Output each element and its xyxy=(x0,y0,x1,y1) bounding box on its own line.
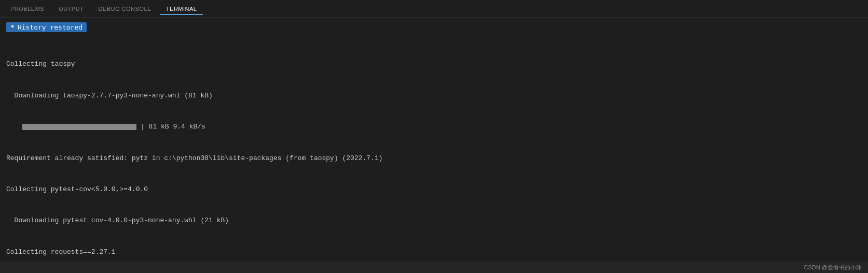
tab-terminal[interactable]: TERMINAL xyxy=(160,3,203,15)
history-badge-asterisk: * xyxy=(10,23,15,31)
status-bar: CSDN @爱看书的小沐 xyxy=(0,262,868,273)
tab-problems[interactable]: PROBLEMS xyxy=(4,3,50,15)
terminal-area: * History restored Collecting taospy Dow… xyxy=(0,18,868,262)
terminal-line-5: Collecting pytest-cov<5.0.0,>=4.0.0 xyxy=(6,184,862,195)
history-badge: * History restored xyxy=(6,22,87,32)
terminal-line-6: Downloading pytest_cov-4.0.0-py3-none-an… xyxy=(6,215,862,226)
tab-debug-console[interactable]: DEBUG CONSOLE xyxy=(92,3,157,15)
terminal-line-1: Collecting taospy xyxy=(6,59,862,69)
terminal-line-2: Downloading taospy-2.7.7-py3-none-any.wh… xyxy=(6,91,862,101)
tab-output[interactable]: OUTPUT xyxy=(52,3,90,15)
status-bar-text: CSDN @爱看书的小沐 xyxy=(804,264,862,271)
history-badge-label: History restored xyxy=(18,23,82,31)
terminal-line-7: Collecting requests==2.27.1 xyxy=(6,247,862,257)
tab-bar: PROBLEMS OUTPUT DEBUG CONSOLE TERMINAL xyxy=(0,0,868,18)
terminal-line-4: Requirement already satisfied: pytz in c… xyxy=(6,153,862,164)
terminal-output: Collecting taospy Downloading taospy-2.7… xyxy=(6,38,862,262)
terminal-line-3: | 81 kB 9.4 kB/s xyxy=(6,122,862,132)
